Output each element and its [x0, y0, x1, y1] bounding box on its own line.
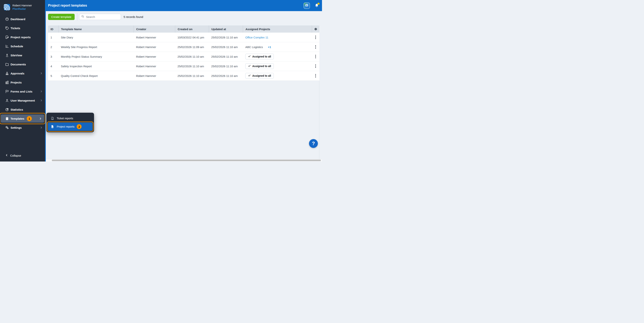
pdf-file-icon: PDF [50, 116, 54, 120]
table-settings-gear-icon[interactable] [312, 26, 319, 32]
assigned-project-link[interactable]: Office Complex 11 [245, 36, 268, 39]
templates-submenu: PDF Ticket reports Project reports 2 [46, 113, 94, 132]
column-header-template-name[interactable]: Template Name [58, 26, 134, 32]
cell-id: 2 [48, 46, 58, 48]
column-header-assigned-projects[interactable]: Assigned Projects [243, 26, 312, 32]
search-icon [81, 15, 84, 19]
column-header-id[interactable]: ID [48, 26, 58, 32]
cell-creator: Robert Hammer [134, 65, 175, 68]
column-header-created-on[interactable]: Created on [175, 26, 209, 32]
toolbar-divider [77, 13, 77, 20]
check-icon [248, 74, 251, 78]
sidebar-item-label: Tickets [10, 26, 20, 30]
dashboard-icon [5, 17, 9, 21]
help-button[interactable]: ? [309, 139, 318, 148]
assigned-to-all-button[interactable]: Assigned to all [245, 63, 274, 69]
submenu-item-label: Ticket reports [57, 117, 73, 120]
kebab-menu-icon[interactable] [314, 64, 317, 68]
brand-name: PlanRadar [12, 7, 32, 10]
kebab-menu-icon[interactable] [314, 54, 317, 59]
kebab-menu-icon[interactable] [314, 44, 317, 49]
svg-text:PDF: PDF [52, 119, 54, 120]
annotation-badge-2: 2 [77, 124, 82, 129]
cell-creator: Robert Hammer [134, 74, 175, 78]
pie-chart-icon [5, 108, 9, 112]
assigned-to-all-label: Assigned to all [252, 65, 271, 68]
sidebar-item-user-management[interactable]: User Management [0, 96, 45, 105]
assigned-project-name: ABC Logistics [245, 46, 263, 48]
sidebar-item-label: Forms and Lists [10, 90, 32, 93]
collapse-label: Collapse [10, 154, 21, 157]
butterfly-icon [305, 3, 309, 8]
sidebar-item-label: Dashboard [10, 18, 25, 21]
notifications-button[interactable] [314, 3, 319, 8]
chevron-left-icon [5, 154, 8, 157]
table-row[interactable]: 4 Safety Inspection Report Robert Hammer… [48, 62, 319, 71]
cell-updated-at: 25/02/2026 11:10 am [209, 65, 243, 68]
cell-created-on: 10/03/2022 04:41 pm [175, 36, 209, 39]
toolbar: Create template 5 records found [48, 13, 322, 21]
table-row[interactable]: 3 Monthly Project Status Summary Robert … [48, 52, 319, 62]
sidebar-item-statistics[interactable]: Statistics [0, 105, 45, 114]
sidebar-item-label: Templates [10, 117, 24, 120]
sidebar-item-templates[interactable]: Templates 1 [1, 114, 44, 123]
stamp-icon [5, 72, 9, 76]
sidebar-item-project-reports[interactable]: Project reports [0, 32, 45, 42]
sidebar-item-schedule[interactable]: Schedule [0, 42, 45, 51]
sidebar-item-projects[interactable]: Projects [0, 78, 45, 87]
table-header-row: ID Template Name Creator Created on Upda… [48, 26, 319, 32]
page-title: Project report templates [48, 4, 87, 8]
assigned-to-all-label: Assigned to all [252, 55, 271, 58]
horizontal-scrollbar-thumb[interactable] [52, 160, 321, 161]
cell-template-name: Safety Inspection Report [58, 65, 134, 68]
user-name: Robert Hammer [12, 4, 32, 7]
flag-icon [5, 90, 9, 94]
sidebar-item-tickets[interactable]: Tickets [0, 24, 45, 32]
buildings-icon [5, 80, 9, 84]
submenu-item-label: Project reports [57, 125, 74, 128]
more-projects-link[interactable]: +1 [268, 46, 271, 48]
table-row[interactable]: 5 Quality Control Check Report Robert Ha… [48, 71, 319, 81]
sidebar-item-label: Project reports [10, 36, 31, 39]
submenu-item-ticket-reports[interactable]: PDF Ticket reports [48, 114, 92, 122]
submenu-item-project-reports[interactable]: Project reports 2 [48, 122, 92, 131]
table-row[interactable]: 1 Site Diary Robert Hammer 10/03/2022 04… [48, 32, 319, 42]
notification-dot [318, 3, 320, 5]
sidebar-header[interactable]: Robert Hammer PlanRadar [0, 0, 45, 13]
sidebar-collapse-button[interactable]: Collapse [0, 154, 45, 162]
sidebar-item-label: User Management [10, 99, 35, 102]
sidebar-item-label: Schedule [10, 45, 23, 48]
column-header-updated-at[interactable]: Updated at [209, 26, 243, 32]
horizontal-scrollbar-track [46, 159, 322, 162]
search-input[interactable] [86, 15, 124, 19]
clipboard-icon [5, 117, 9, 120]
cell-created-on: 25/02/2026 11:10 am [175, 55, 209, 58]
cell-template-name: Site Diary [58, 36, 134, 39]
assigned-to-all-button[interactable]: Assigned to all [245, 73, 274, 78]
column-header-creator[interactable]: Creator [134, 26, 175, 32]
cell-id: 3 [48, 55, 58, 58]
sidebar-item-settings[interactable]: Settings [0, 123, 45, 132]
assigned-to-all-button[interactable]: Assigned to all [245, 54, 274, 59]
kebab-menu-icon[interactable] [314, 73, 317, 78]
sidebar-item-dashboard[interactable]: Dashboard [0, 14, 45, 24]
sidebar-item-approvals[interactable]: Approvals [0, 69, 45, 78]
records-found-text: 5 records found [124, 15, 143, 18]
cell-created-on: 25/02/2026 11:09 am [175, 46, 209, 48]
kebab-menu-icon[interactable] [314, 35, 317, 40]
cell-creator: Robert Hammer [134, 46, 175, 48]
templates-table: ID Template Name Creator Created on Upda… [48, 26, 319, 81]
check-icon [248, 55, 251, 58]
sidebar-nav: Dashboard Tickets Project reports Schedu… [0, 14, 45, 132]
create-template-button[interactable]: Create template [48, 14, 74, 20]
app-switcher-button[interactable] [304, 2, 310, 9]
sidebar-item-documents[interactable]: Documents [0, 60, 45, 69]
siteview-person-pin-icon [5, 53, 9, 57]
table-row[interactable]: 2 Weekly Site Progress Report Robert Ham… [48, 42, 319, 52]
cell-updated-at: 25/02/2026 11:10 am [209, 74, 243, 78]
cell-template-name: Weekly Site Progress Report [58, 46, 134, 48]
cell-updated-at: 25/02/2026 11:10 am [209, 36, 243, 39]
sidebar-item-forms-and-lists[interactable]: Forms and Lists [0, 87, 45, 96]
chevron-right-icon [39, 117, 42, 120]
sidebar-item-siteview[interactable]: SiteView [0, 51, 45, 60]
